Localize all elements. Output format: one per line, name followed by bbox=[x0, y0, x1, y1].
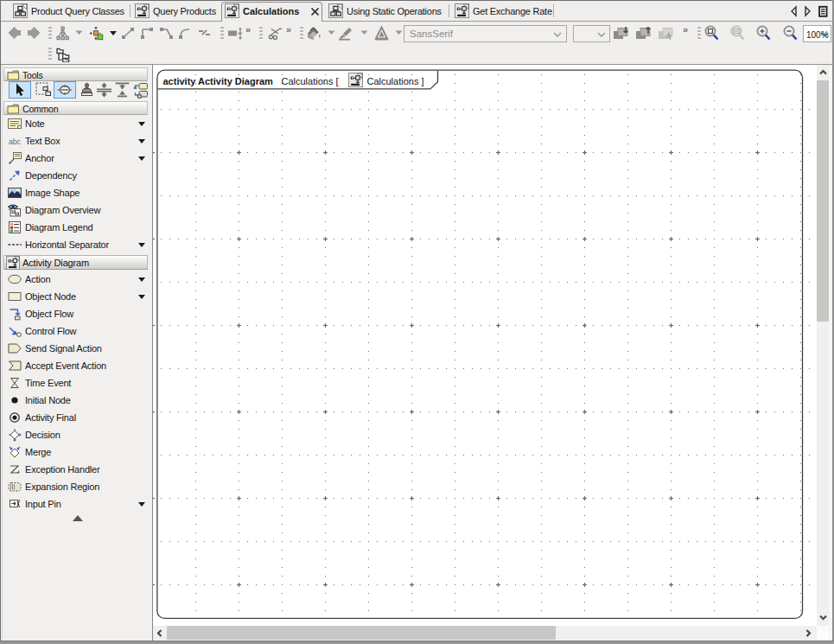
svg-text:abc: abc bbox=[9, 137, 22, 146]
